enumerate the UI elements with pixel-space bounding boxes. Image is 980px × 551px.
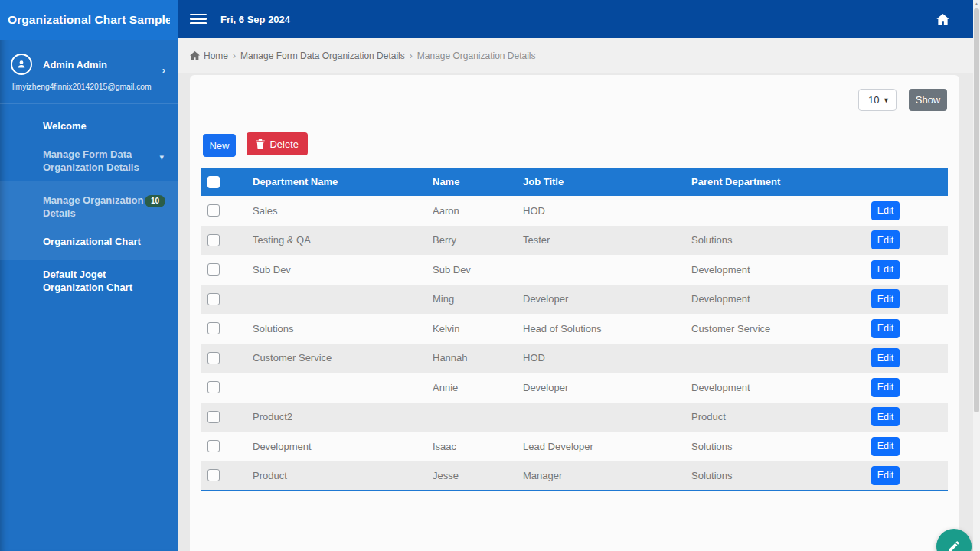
- topbar: Fri, 6 Sep 2024: [178, 0, 980, 38]
- table-row[interactable]: Product2 Product Edit: [201, 403, 948, 432]
- sidebar-item-manage-organization-details[interactable]: Manage Organization Details 10: [0, 186, 178, 227]
- column-header-name: Name: [423, 168, 513, 196]
- edit-button[interactable]: Edit: [871, 319, 900, 338]
- cell-parent-department: Customer Service: [681, 314, 861, 344]
- page-size-select[interactable]: 10 ▼: [858, 89, 897, 111]
- cell-job-title: Head of Solutions: [513, 314, 681, 344]
- sidebar-item-label: Welcome: [43, 119, 87, 132]
- sidebar-submenu: Manage Organization Details 10 Organizat…: [0, 181, 178, 260]
- cell-parent-department: Solutions: [681, 461, 861, 491]
- edit-button[interactable]: Edit: [871, 466, 900, 485]
- count-badge: 10: [145, 195, 165, 207]
- sidebar-item-manage-form-data[interactable]: Manage Form Data Organization Details ▾: [0, 140, 178, 181]
- cell-parent-department: [681, 196, 861, 226]
- cell-parent-department: Solutions: [681, 226, 861, 256]
- cell-parent-department: Development: [681, 255, 861, 285]
- cell-job-title: Manager: [513, 461, 681, 491]
- data-list-card: 10 ▼ Show New Delete: [190, 75, 959, 551]
- table-row[interactable]: Sub Dev Sub Dev Development Edit: [201, 255, 948, 285]
- cell-name: Hannah: [423, 344, 513, 373]
- row-checkbox[interactable]: [207, 204, 220, 217]
- cell-name: Annie: [423, 373, 513, 403]
- table-row[interactable]: Customer Service Hannah HOD Edit: [201, 344, 948, 373]
- edit-button[interactable]: Edit: [871, 378, 900, 397]
- cell-department: Development: [243, 432, 423, 461]
- table-row[interactable]: Testing & QA Berry Tester Solutions Edit: [201, 226, 948, 256]
- delete-button[interactable]: Delete: [247, 132, 308, 155]
- row-checkbox[interactable]: [207, 263, 220, 276]
- row-checkbox[interactable]: [207, 469, 220, 481]
- cell-parent-department: Product: [681, 403, 861, 432]
- edit-button[interactable]: Edit: [871, 348, 900, 367]
- table-row[interactable]: Sales Aaron HOD Edit: [201, 196, 948, 226]
- table-row[interactable]: Annie Developer Development Edit: [201, 373, 948, 403]
- edit-button[interactable]: Edit: [871, 201, 900, 220]
- row-checkbox[interactable]: [207, 411, 220, 423]
- cell-job-title: [513, 403, 681, 432]
- cell-parent-department: [681, 344, 861, 373]
- table-row[interactable]: Product Jesse Manager Solutions Edit: [201, 461, 948, 491]
- breadcrumb-separator: ›: [410, 51, 413, 61]
- scrollbar-thumb[interactable]: [974, 8, 979, 412]
- column-header-actions: [861, 168, 948, 196]
- chevron-right-icon[interactable]: ›: [162, 64, 165, 76]
- cell-department: Sub Dev: [243, 255, 423, 285]
- select-all-checkbox[interactable]: [207, 176, 220, 188]
- new-button[interactable]: New: [203, 134, 236, 157]
- list-icon: [20, 149, 35, 161]
- sidebar-item-label: Organizational Chart: [43, 235, 141, 248]
- chevron-down-icon: ▾: [159, 152, 164, 162]
- cell-parent-department: Development: [681, 373, 861, 403]
- cell-department: [243, 285, 423, 315]
- sidebar-item-default-joget-organization-chart[interactable]: Default Joget Organization Chart: [0, 260, 178, 302]
- breadcrumb-home-icon: [190, 51, 200, 60]
- breadcrumb: Home›Manage Form Data Organization Detai…: [178, 38, 980, 73]
- cell-name: [423, 403, 513, 432]
- cell-name: Isaac: [423, 432, 513, 461]
- edit-button[interactable]: Edit: [871, 260, 900, 279]
- cell-name: Aaron: [423, 196, 513, 226]
- sidebar-item-organizational-chart[interactable]: Organizational Chart: [0, 227, 178, 256]
- show-button[interactable]: Show: [909, 89, 947, 111]
- sidebar-item-label: Default Joget Organization Chart: [43, 268, 167, 294]
- cell-name: Ming: [423, 285, 513, 315]
- edit-button[interactable]: Edit: [871, 289, 900, 308]
- row-checkbox[interactable]: [207, 234, 220, 246]
- cell-job-title: Developer: [513, 285, 681, 315]
- hamburger-menu-icon[interactable]: [190, 14, 207, 25]
- scrollbar-up-arrow[interactable]: ▲: [973, 0, 980, 8]
- table-header-row: Department Name Name Job Title Parent De…: [201, 168, 948, 196]
- cell-name: Berry: [423, 226, 513, 256]
- row-checkbox[interactable]: [207, 322, 220, 334]
- user-avatar-icon: [11, 54, 32, 75]
- breadcrumb-separator: ›: [233, 51, 236, 61]
- edit-button[interactable]: Edit: [871, 437, 900, 456]
- table-row[interactable]: Development Isaac Lead Developer Solutio…: [201, 432, 948, 461]
- home-icon[interactable]: [936, 14, 949, 25]
- trash-icon: [256, 139, 265, 149]
- breadcrumb-item[interactable]: Manage Form Data Organization Details: [240, 51, 405, 61]
- edit-button[interactable]: Edit: [871, 230, 900, 249]
- pencil-icon: [947, 540, 961, 551]
- user-section[interactable]: Admin Admin › limyizheng4finnix20142015@…: [0, 40, 178, 104]
- vertical-scrollbar[interactable]: ▲: [973, 0, 980, 551]
- cell-name: Kelvin: [423, 314, 513, 344]
- app-title: Organizational Chart Sample Ap: [8, 13, 170, 27]
- sidebar-menu: Welcome Manage Form Data Organization De…: [0, 112, 178, 302]
- table-row[interactable]: Ming Developer Development Edit: [201, 285, 948, 315]
- edit-button[interactable]: Edit: [871, 407, 900, 426]
- cell-job-title: Lead Developer: [513, 432, 681, 461]
- sidebar-item-label: Manage Form Data Organization Details: [43, 148, 167, 174]
- main-content: 10 ▼ Show New Delete: [178, 73, 980, 551]
- row-checkbox[interactable]: [207, 293, 220, 305]
- sidebar-item-welcome[interactable]: Welcome: [0, 112, 178, 140]
- cell-job-title: HOD: [513, 344, 681, 373]
- cell-parent-department: Development: [681, 285, 861, 315]
- table-row[interactable]: Solutions Kelvin Head of Solutions Custo…: [201, 314, 948, 344]
- sidebar: Organizational Chart Sample Ap Admin Adm…: [0, 0, 178, 551]
- row-checkbox[interactable]: [207, 381, 220, 393]
- breadcrumb-item[interactable]: Home: [204, 51, 228, 61]
- cell-department: Testing & QA: [243, 226, 423, 256]
- row-checkbox[interactable]: [207, 352, 220, 364]
- row-checkbox[interactable]: [207, 440, 220, 452]
